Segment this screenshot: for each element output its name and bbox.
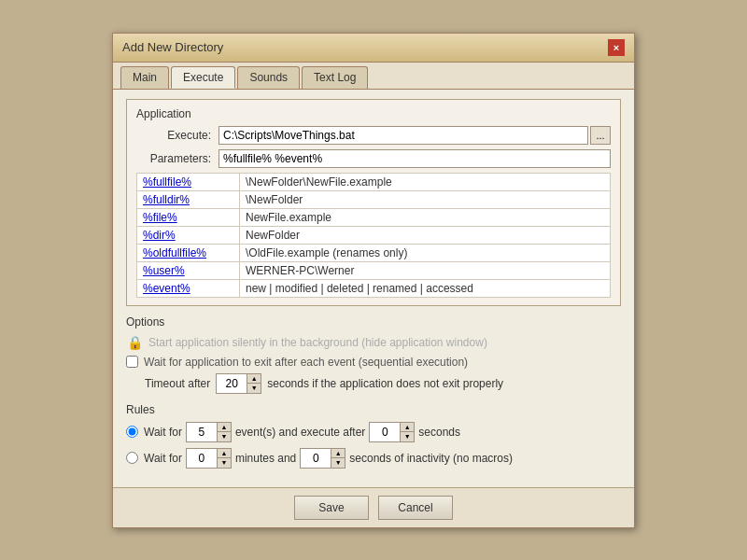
param-var[interactable]: %oldfullfile% <box>137 244 240 261</box>
params-table-row: %dir%NewFolder <box>137 226 611 244</box>
param-var[interactable]: %user% <box>137 261 240 279</box>
execute-row: Execute: ... <box>136 126 611 145</box>
rule2-radio[interactable] <box>126 452 138 464</box>
rule2-minutes-spinner[interactable]: ▲ ▼ <box>186 448 232 469</box>
params-table: %fullfile%\NewFolder\NewFile.example%ful… <box>136 173 611 298</box>
timeout-up-arrow[interactable]: ▲ <box>247 374 261 384</box>
tab-textlog[interactable]: Text Log <box>302 66 368 89</box>
rule2-after-up[interactable]: ▲ <box>331 449 345 458</box>
timeout-arrows: ▲ ▼ <box>247 374 261 393</box>
param-desc: \NewFolder\NewFile.example <box>240 173 611 190</box>
rule2-minutes-input[interactable] <box>187 449 217 468</box>
rule1-middle: event(s) and execute after <box>235 426 365 439</box>
dialog-title: Add New Directory <box>122 40 223 54</box>
parameters-label: Parameters: <box>136 152 211 165</box>
wait-label: Wait for application to exit after each … <box>144 356 468 369</box>
param-desc: WERNER-PC\Werner <box>240 261 611 279</box>
rule1-prefix: Wait for <box>144 426 182 439</box>
timeout-row: Timeout after ▲ ▼ seconds if the applica… <box>126 373 621 394</box>
options-section-label: Options <box>126 315 621 329</box>
params-table-row: %fullfile%\NewFolder\NewFile.example <box>137 173 611 190</box>
lock-icon: 🔒 <box>126 334 143 351</box>
params-table-row: %fulldir%\NewFolder <box>137 190 611 208</box>
params-table-row: %event%new | modified | deleted | rename… <box>137 279 611 297</box>
rule2-minutes-up[interactable]: ▲ <box>218 449 231 458</box>
add-new-directory-dialog: Add New Directory × Main Execute Sounds … <box>112 33 635 528</box>
rule2-middle: minutes and <box>235 452 296 465</box>
param-var[interactable]: %file% <box>137 208 240 226</box>
application-section-label: Application <box>136 107 611 120</box>
rule1-events-up[interactable]: ▲ <box>218 423 231 432</box>
timeout-suffix: seconds if the application does not exit… <box>267 377 503 390</box>
params-table-row: %file%NewFile.example <box>137 208 611 226</box>
tab-execute[interactable]: Execute <box>171 66 235 89</box>
rule2-prefix: Wait for <box>144 452 182 465</box>
rules-section-label: Rules <box>126 403 621 416</box>
wait-checkbox[interactable] <box>126 356 138 368</box>
rule2-minutes-down[interactable]: ▼ <box>218 458 231 468</box>
rule2-row: Wait for ▲ ▼ minutes and ▲ ▼ secon <box>126 448 621 469</box>
rule1-row: Wait for ▲ ▼ event(s) and execute after … <box>126 422 621 442</box>
cancel-button[interactable]: Cancel <box>378 496 453 520</box>
rule1-events-arrows: ▲ ▼ <box>217 423 231 441</box>
rules-section: Rules Wait for ▲ ▼ event(s) and execute … <box>126 403 621 469</box>
rule1-events-spinner[interactable]: ▲ ▼ <box>186 422 232 442</box>
timeout-input[interactable] <box>217 374 247 393</box>
browse-button[interactable]: ... <box>590 126 611 145</box>
tab-bar: Main Execute Sounds Text Log <box>113 63 634 90</box>
param-desc: \OldFile.example (renames only) <box>240 244 611 261</box>
param-desc: new | modified | deleted | renamed | acc… <box>240 279 611 297</box>
params-table-row: %oldfullfile%\OldFile.example (renames o… <box>137 244 611 261</box>
rule1-after-spinner[interactable]: ▲ ▼ <box>369 422 415 442</box>
param-desc: NewFile.example <box>240 208 611 226</box>
rule1-after-input[interactable] <box>370 423 400 441</box>
rule1-suffix: seconds <box>418 426 460 439</box>
rule1-events-input[interactable] <box>187 423 217 441</box>
options-section: Options 🔒 Start application silently in … <box>126 315 621 394</box>
param-var[interactable]: %event% <box>137 279 240 297</box>
rule1-radio[interactable] <box>126 426 138 438</box>
rule2-after-spinner[interactable]: ▲ ▼ <box>300 448 345 469</box>
rule2-after-down[interactable]: ▼ <box>331 458 345 468</box>
rule2-after-input[interactable] <box>301 449 331 468</box>
close-button[interactable]: × <box>608 39 625 56</box>
execute-input[interactable] <box>218 126 588 145</box>
timeout-spinner[interactable]: ▲ ▼ <box>216 373 261 394</box>
application-section: Application Execute: ... Parameters: %fu… <box>126 99 621 306</box>
parameters-input[interactable] <box>218 149 611 168</box>
silent-label: Start application silently in the backgr… <box>148 336 487 349</box>
rule1-after-down[interactable]: ▼ <box>401 432 414 441</box>
timeout-down-arrow[interactable]: ▼ <box>247 384 261 393</box>
dialog-footer: Save Cancel <box>113 487 634 527</box>
param-var[interactable]: %fulldir% <box>137 190 240 208</box>
rule2-after-arrows: ▲ ▼ <box>331 449 345 468</box>
param-var[interactable]: %dir% <box>137 226 240 244</box>
param-desc: \NewFolder <box>240 190 611 208</box>
rule1-after-up[interactable]: ▲ <box>401 423 414 432</box>
silent-option-row: 🔒 Start application silently in the back… <box>126 334 621 351</box>
parameters-row: Parameters: <box>136 149 611 168</box>
param-desc: NewFolder <box>240 226 611 244</box>
execute-label: Execute: <box>136 129 211 142</box>
rule1-after-arrows: ▲ ▼ <box>400 423 414 441</box>
save-button[interactable]: Save <box>294 496 369 520</box>
rule2-minutes-arrows: ▲ ▼ <box>217 449 231 468</box>
wait-option-row: Wait for application to exit after each … <box>126 356 621 369</box>
rule1-events-down[interactable]: ▼ <box>218 432 231 441</box>
tab-sounds[interactable]: Sounds <box>237 66 300 89</box>
title-bar: Add New Directory × <box>113 34 634 63</box>
tab-main[interactable]: Main <box>120 66 169 89</box>
params-table-row: %user%WERNER-PC\Werner <box>137 261 611 279</box>
dialog-content: Application Execute: ... Parameters: %fu… <box>113 90 634 487</box>
param-var[interactable]: %fullfile% <box>137 173 240 190</box>
timeout-prefix: Timeout after <box>145 377 210 390</box>
rule2-suffix: seconds of inactivity (no macros) <box>349 452 513 465</box>
